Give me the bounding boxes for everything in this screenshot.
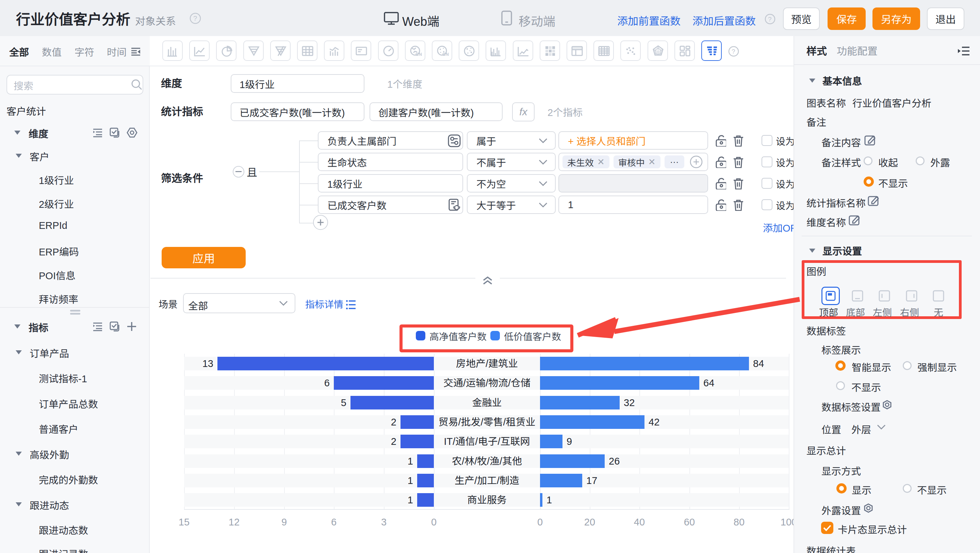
svg-text:?: ? [768, 16, 772, 23]
svg-text:?: ? [732, 48, 735, 55]
svg-text:?: ? [193, 14, 197, 22]
svg-text:CN: CN [415, 52, 422, 57]
svg-text:CN: CN [442, 52, 449, 57]
